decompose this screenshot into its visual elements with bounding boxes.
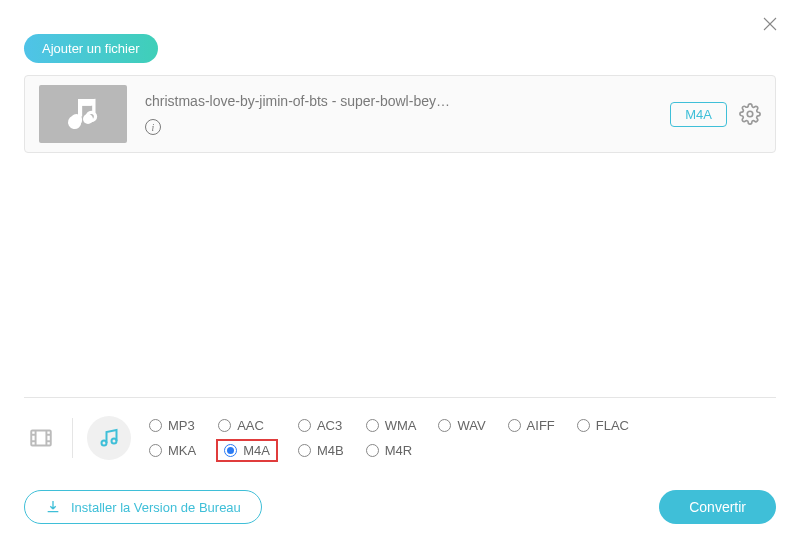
radio-icon (438, 419, 451, 432)
radio-icon (508, 419, 521, 432)
bottom-bar: Installer la Version de Bureau Convertir (24, 490, 776, 524)
format-label: AAC (237, 418, 264, 433)
file-name: christmas-love-by-jimin-of-bts - super-b… (145, 93, 670, 109)
format-options: MP3AACAC3WMAWAVAIFFFLACMKAM4AM4BM4R (149, 418, 629, 458)
download-icon (45, 499, 61, 515)
radio-icon (149, 419, 162, 432)
video-tab-icon[interactable] (24, 421, 58, 455)
svg-point-4 (747, 111, 753, 117)
close-icon[interactable] (758, 12, 782, 36)
install-label: Installer la Version de Bureau (71, 500, 241, 515)
format-label: MP3 (168, 418, 195, 433)
convert-button[interactable]: Convertir (659, 490, 776, 524)
audio-tab-icon[interactable] (87, 416, 131, 460)
format-label: M4R (385, 443, 412, 458)
format-label: AIFF (527, 418, 555, 433)
format-label: M4B (317, 443, 344, 458)
format-option-m4a[interactable]: M4A (216, 439, 278, 462)
radio-icon (366, 444, 379, 457)
divider (72, 418, 73, 458)
format-option-mka[interactable]: MKA (149, 443, 196, 458)
svg-rect-5 (31, 430, 51, 445)
radio-icon (577, 419, 590, 432)
format-option-flac[interactable]: FLAC (577, 418, 629, 433)
format-option-m4r[interactable]: M4R (366, 443, 417, 458)
install-desktop-button[interactable]: Installer la Version de Bureau (24, 490, 262, 524)
radio-icon (218, 419, 231, 432)
format-badge[interactable]: M4A (670, 102, 727, 127)
audio-thumbnail-icon (39, 85, 127, 143)
format-label: WMA (385, 418, 417, 433)
radio-icon (224, 444, 237, 457)
format-option-mp3[interactable]: MP3 (149, 418, 196, 433)
file-row: christmas-love-by-jimin-of-bts - super-b… (24, 75, 776, 153)
format-option-ac3[interactable]: AC3 (298, 418, 344, 433)
format-label: WAV (457, 418, 485, 433)
format-option-wav[interactable]: WAV (438, 418, 485, 433)
format-option-wma[interactable]: WMA (366, 418, 417, 433)
format-option-aiff[interactable]: AIFF (508, 418, 555, 433)
format-bar: MP3AACAC3WMAWAVAIFFFLACMKAM4AM4BM4R (24, 397, 776, 460)
format-label: M4A (243, 443, 270, 458)
radio-icon (298, 444, 311, 457)
format-option-aac[interactable]: AAC (218, 418, 276, 433)
radio-icon (298, 419, 311, 432)
add-file-button[interactable]: Ajouter un fichier (24, 34, 158, 63)
gear-icon[interactable] (739, 103, 761, 125)
radio-icon (366, 419, 379, 432)
format-label: FLAC (596, 418, 629, 433)
info-icon[interactable]: i (145, 119, 161, 135)
format-label: AC3 (317, 418, 342, 433)
radio-icon (149, 444, 162, 457)
file-info: christmas-love-by-jimin-of-bts - super-b… (145, 93, 670, 136)
format-option-m4b[interactable]: M4B (298, 443, 344, 458)
format-label: MKA (168, 443, 196, 458)
